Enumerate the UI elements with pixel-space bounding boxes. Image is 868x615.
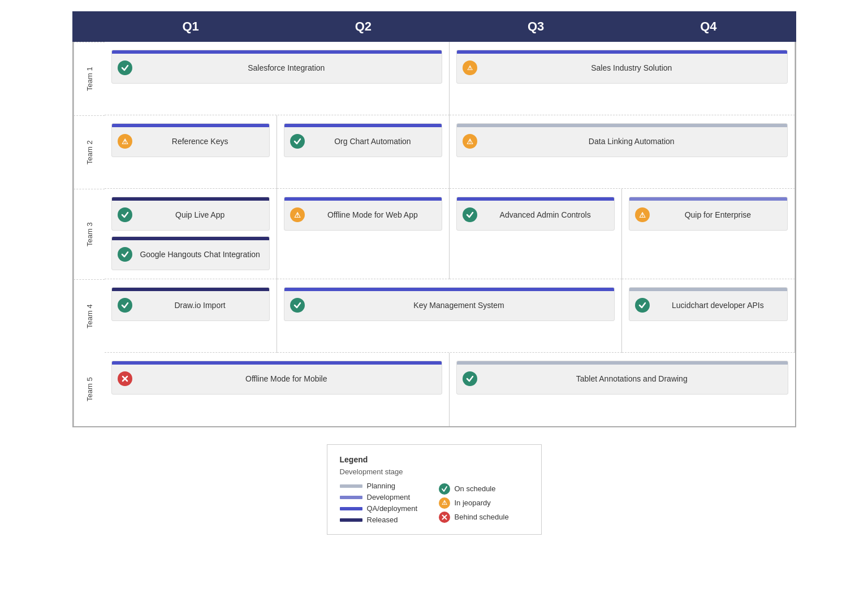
sales-industry-status-icon: ⚠ [463,60,477,75]
team1-q3q4-cell: ⚠ Sales Industry Solution [450,42,795,115]
offline-web-title: Offline Mode for Web App [309,210,436,219]
salesforce-title: Salesforce Integration [137,63,437,72]
team3-q2-cell: ⚠ Offline Mode for Web App [277,189,450,279]
lucidchart-status [635,298,650,313]
key-management-status [290,298,305,313]
legend-released: Released [340,516,430,524]
drawio-title: Draw.io Import [137,301,264,310]
quip-live-status [118,207,132,222]
team4-q4-cell: Lucidchart developer APIs [622,279,794,353]
legend-on-schedule-icon [439,483,450,495]
legend-development-label: Development [367,493,411,501]
tablet-annotations-title: Tablet Annotations and Drawing [482,374,782,383]
lucidchart-title: Lucidchart developer APIs [654,301,781,310]
team2-q3q4-cell: ⚠ Data Linking Automation [450,115,795,189]
advanced-admin-content: Advanced Admin Controls [457,201,614,230]
drawio-card: Draw.io Import [111,287,270,321]
org-chart-title: Org Chart Automation [309,137,436,146]
legend-behind-icon [439,512,450,523]
legend-behind: Behind schedule [439,512,529,523]
data-linking-status: ⚠ [463,134,477,149]
header-spacer [74,12,105,41]
grid-body: Team 1 Salesforce Integration ⚠ [72,42,796,427]
data-linking-card: ⚠ Data Linking Automation [456,123,788,157]
google-hangouts-title: Google Hangouts Chat Integration [137,250,264,259]
reference-keys-card: ⚠ Reference Keys [111,123,270,157]
offline-mobile-title: Offline Mode for Mobile [137,374,437,383]
advanced-admin-card: Advanced Admin Controls [456,197,615,231]
reference-keys-status: ⚠ [118,134,132,149]
legend-in-jeopardy: ⚠ In jeopardy [439,497,529,509]
salesforce-integration-card: Salesforce Integration [111,50,443,84]
sales-industry-title: Sales Industry Solution [482,63,781,72]
quip-enterprise-status: ⚠ [635,207,650,222]
legend-subtitle: Development stage [340,467,529,476]
advanced-admin-title: Advanced Admin Controls [482,210,608,219]
legend-in-jeopardy-label: In jeopardy [455,499,491,507]
legend-development-bar [340,496,362,499]
salesforce-content: Salesforce Integration [112,54,442,83]
team2-q1-cell: ⚠ Reference Keys [105,115,277,189]
svg-text:⚠: ⚠ [467,64,473,71]
legend-released-label: Released [367,516,398,524]
team5-q3q4-cell: Tablet Annotations and Drawing [450,353,795,426]
google-hangouts-card: Google Hangouts Chat Integration [111,236,270,270]
legend-on-schedule: On schedule [439,483,529,495]
legend-stages: Planning Development QA/deployment Relea… [340,482,430,524]
team1-q1q2-cell: Salesforce Integration [105,42,450,115]
legend-behind-label: Behind schedule [455,513,509,521]
legend-planning-label: Planning [367,482,396,490]
legend-planning: Planning [340,482,430,490]
legend-qa-bar [340,507,362,510]
team-4-label: Team 4 [74,279,105,353]
org-chart-card: Org Chart Automation [284,123,442,157]
drawio-status [118,298,132,313]
google-hangouts-status [118,247,132,262]
legend-planning-bar [340,484,362,488]
sales-industry-card: ⚠ Sales Industry Solution [456,50,788,84]
offline-web-status: ⚠ [290,207,305,222]
legend-released-bar [340,518,362,522]
team5-q1q2-cell: Offline Mode for Mobile [105,353,450,426]
team4-q2q3-cell: Key Management System [277,279,623,353]
google-hangouts-content: Google Hangouts Chat Integration [112,240,269,270]
reference-keys-title: Reference Keys [137,137,264,146]
team-1-label: Team 1 [74,42,105,115]
legend-development: Development [340,493,430,501]
quip-live-content: Quip Live App [112,201,269,230]
data-linking-content: ⚠ Data Linking Automation [457,127,787,157]
q3-header: Q3 [450,12,622,41]
header-row: Q1 Q2 Q3 Q4 [72,11,796,42]
key-management-title: Key Management System [309,301,609,310]
offline-mobile-status [118,371,132,386]
legend-title: Legend [340,455,529,464]
team4-q1-cell: Draw.io Import [105,279,277,353]
tablet-annotations-status [463,371,477,386]
lucidchart-content: Lucidchart developer APIs [629,291,787,321]
team3-q3-cell: Advanced Admin Controls [450,189,622,279]
data-linking-title: Data Linking Automation [482,137,781,146]
quip-live-title: Quip Live App [137,210,264,219]
legend-qa: QA/deployment [340,504,430,513]
key-management-content: Key Management System [284,291,615,321]
advanced-admin-status [463,207,477,222]
quip-enterprise-title: Quip for Enterprise [654,210,781,219]
drawio-content: Draw.io Import [112,291,269,321]
tablet-annotations-content: Tablet Annotations and Drawing [457,365,788,394]
offline-mobile-card: Offline Mode for Mobile [111,361,443,395]
reference-keys-content: ⚠ Reference Keys [112,127,269,157]
roadmap-container: Q1 Q2 Q3 Q4 Team 1 Salesforce Integratio… [72,11,796,535]
tablet-annotations-card: Tablet Annotations and Drawing [456,361,788,395]
legend-statuses: On schedule ⚠ In jeopardy Behind schedul… [439,483,529,523]
legend: Legend Development stage Planning Develo… [327,444,542,535]
org-chart-content: Org Chart Automation [284,127,442,157]
quip-enterprise-content: ⚠ Quip for Enterprise [629,201,787,230]
q1-header: Q1 [105,12,277,41]
quip-enterprise-card: ⚠ Quip for Enterprise [629,197,787,231]
quip-live-card: Quip Live App [111,197,270,231]
offline-mobile-content: Offline Mode for Mobile [112,365,442,394]
sales-industry-content: ⚠ Sales Industry Solution [457,54,787,83]
team2-q2-cell: Org Chart Automation [277,115,450,189]
offline-web-content: ⚠ Offline Mode for Web App [284,201,442,230]
lucidchart-card: Lucidchart developer APIs [629,287,787,321]
